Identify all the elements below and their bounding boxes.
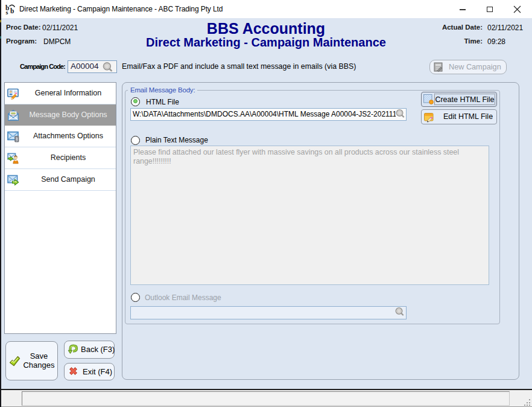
svg-text:s: s xyxy=(6,9,8,15)
svg-text:b: b xyxy=(10,7,14,14)
